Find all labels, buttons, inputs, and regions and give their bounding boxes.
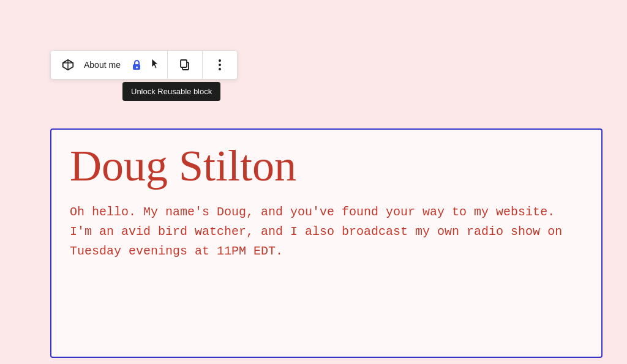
duplicate-button[interactable] [174,54,196,76]
more-options-icon [214,59,226,71]
more-options-section [203,51,237,79]
block-identity-section: About me [51,51,168,79]
block-type-button[interactable] [57,54,79,76]
duplicate-section [168,51,203,79]
cursor-icon [149,58,161,70]
block-type-icon [61,58,75,72]
tooltip-text: Unlock Reusable block [131,87,212,96]
toolbar-container: About me [50,50,238,80]
cursor-indicator [149,58,161,72]
svg-rect-3 [181,60,187,67]
reusable-block-content: Doug Stilton Oh hello. My name's Doug, a… [50,128,603,358]
duplicate-icon [179,59,191,71]
block-toolbar: About me [50,50,238,80]
more-options-button[interactable] [209,54,231,76]
lock-icon [130,59,143,71]
content-body: Oh hello. My name's Doug, and you've fou… [70,202,583,261]
unlock-tooltip: Unlock Reusable block [122,82,220,101]
lock-button[interactable] [126,54,148,76]
content-title: Doug Stilton [70,142,583,190]
svg-point-1 [136,67,138,69]
block-name-label: About me [84,60,121,70]
